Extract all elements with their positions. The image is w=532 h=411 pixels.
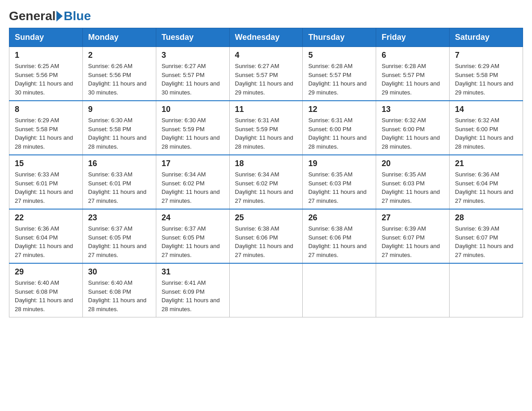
day-cell: 26Sunrise: 6:38 AMSunset: 6:06 PMDayligh… <box>303 209 376 263</box>
day-info: Sunrise: 6:31 AMSunset: 5:59 PMDaylight:… <box>235 116 297 151</box>
day-number: 3 <box>162 51 224 60</box>
day-cell: 14Sunrise: 6:32 AMSunset: 6:00 PMDayligh… <box>450 101 523 155</box>
day-number: 16 <box>88 159 150 168</box>
day-number: 1 <box>15 51 77 60</box>
day-number: 15 <box>15 159 77 168</box>
day-number: 23 <box>88 213 150 223</box>
day-cell: 10Sunrise: 6:30 AMSunset: 5:59 PMDayligh… <box>156 101 229 155</box>
day-info: Sunrise: 6:29 AMSunset: 5:58 PMDaylight:… <box>15 116 77 151</box>
weekday-header-tuesday: Tuesday <box>156 28 229 47</box>
day-info: Sunrise: 6:33 AMSunset: 6:01 PMDaylight:… <box>15 170 77 205</box>
day-number: 24 <box>162 213 224 223</box>
weekday-header-wednesday: Wednesday <box>229 28 303 47</box>
weekday-header-row: SundayMondayTuesdayWednesdayThursdayFrid… <box>9 28 523 47</box>
day-number: 10 <box>162 105 224 114</box>
weekday-header-saturday: Saturday <box>450 28 523 47</box>
weekday-header-thursday: Thursday <box>303 28 376 47</box>
day-cell: 6Sunrise: 6:28 AMSunset: 5:57 PMDaylight… <box>376 47 450 101</box>
day-number: 26 <box>308 213 370 223</box>
day-cell: 17Sunrise: 6:34 AMSunset: 6:02 PMDayligh… <box>156 155 229 209</box>
day-cell: 2Sunrise: 6:26 AMSunset: 5:56 PMDaylight… <box>82 47 156 101</box>
weekday-header-monday: Monday <box>82 28 156 47</box>
day-info: Sunrise: 6:40 AMSunset: 6:08 PMDaylight:… <box>15 278 77 313</box>
day-info: Sunrise: 6:32 AMSunset: 6:00 PMDaylight:… <box>382 116 444 151</box>
day-info: Sunrise: 6:26 AMSunset: 5:56 PMDaylight:… <box>88 62 150 97</box>
day-number: 31 <box>162 267 224 277</box>
day-info: Sunrise: 6:39 AMSunset: 6:07 PMDaylight:… <box>455 224 517 259</box>
day-info: Sunrise: 6:37 AMSunset: 6:05 PMDaylight:… <box>88 224 150 259</box>
day-cell: 7Sunrise: 6:29 AMSunset: 5:58 PMDaylight… <box>450 47 523 101</box>
day-cell: 5Sunrise: 6:28 AMSunset: 5:57 PMDaylight… <box>303 47 376 101</box>
day-cell: 4Sunrise: 6:27 AMSunset: 5:57 PMDaylight… <box>229 47 303 101</box>
day-info: Sunrise: 6:36 AMSunset: 6:04 PMDaylight:… <box>455 170 517 205</box>
day-cell: 15Sunrise: 6:33 AMSunset: 6:01 PMDayligh… <box>9 155 83 209</box>
day-cell: 16Sunrise: 6:33 AMSunset: 6:01 PMDayligh… <box>82 155 156 209</box>
page-header: General Blue <box>9 9 523 23</box>
day-cell: 29Sunrise: 6:40 AMSunset: 6:08 PMDayligh… <box>9 263 83 317</box>
weekday-header-friday: Friday <box>376 28 450 47</box>
day-number: 11 <box>235 105 297 114</box>
day-cell: 30Sunrise: 6:40 AMSunset: 6:08 PMDayligh… <box>82 263 156 317</box>
day-info: Sunrise: 6:38 AMSunset: 6:06 PMDaylight:… <box>235 224 297 259</box>
day-info: Sunrise: 6:35 AMSunset: 6:03 PMDaylight:… <box>308 170 370 205</box>
week-row-4: 22Sunrise: 6:36 AMSunset: 6:04 PMDayligh… <box>9 209 523 263</box>
weekday-header-sunday: Sunday <box>9 28 83 47</box>
day-cell: 28Sunrise: 6:39 AMSunset: 6:07 PMDayligh… <box>450 209 523 263</box>
day-number: 25 <box>235 213 297 223</box>
day-number: 6 <box>382 51 444 60</box>
day-cell <box>376 263 450 317</box>
day-info: Sunrise: 6:37 AMSunset: 6:05 PMDaylight:… <box>162 224 224 259</box>
day-cell: 19Sunrise: 6:35 AMSunset: 6:03 PMDayligh… <box>303 155 376 209</box>
day-info: Sunrise: 6:40 AMSunset: 6:08 PMDaylight:… <box>88 278 150 313</box>
day-info: Sunrise: 6:34 AMSunset: 6:02 PMDaylight:… <box>235 170 297 205</box>
day-cell: 22Sunrise: 6:36 AMSunset: 6:04 PMDayligh… <box>9 209 83 263</box>
day-number: 19 <box>308 159 370 168</box>
day-info: Sunrise: 6:25 AMSunset: 5:56 PMDaylight:… <box>15 62 77 97</box>
day-cell <box>303 263 376 317</box>
day-info: Sunrise: 6:33 AMSunset: 6:01 PMDaylight:… <box>88 170 150 205</box>
week-row-3: 15Sunrise: 6:33 AMSunset: 6:01 PMDayligh… <box>9 155 523 209</box>
day-info: Sunrise: 6:41 AMSunset: 6:09 PMDaylight:… <box>162 278 224 313</box>
day-cell: 11Sunrise: 6:31 AMSunset: 5:59 PMDayligh… <box>229 101 303 155</box>
day-number: 2 <box>88 51 150 60</box>
day-number: 5 <box>308 51 370 60</box>
day-number: 9 <box>88 105 150 114</box>
day-info: Sunrise: 6:32 AMSunset: 6:00 PMDaylight:… <box>455 116 517 151</box>
day-cell: 1Sunrise: 6:25 AMSunset: 5:56 PMDaylight… <box>9 47 83 101</box>
logo: General Blue <box>9 9 91 23</box>
day-number: 29 <box>15 267 77 277</box>
logo-arrow-icon <box>56 11 63 21</box>
day-cell: 9Sunrise: 6:30 AMSunset: 5:58 PMDaylight… <box>82 101 156 155</box>
day-number: 30 <box>88 267 150 277</box>
day-number: 8 <box>15 105 77 114</box>
day-cell: 27Sunrise: 6:39 AMSunset: 6:07 PMDayligh… <box>376 209 450 263</box>
day-cell: 20Sunrise: 6:35 AMSunset: 6:03 PMDayligh… <box>376 155 450 209</box>
week-row-1: 1Sunrise: 6:25 AMSunset: 5:56 PMDaylight… <box>9 47 523 101</box>
day-number: 12 <box>308 105 370 114</box>
day-info: Sunrise: 6:31 AMSunset: 6:00 PMDaylight:… <box>308 116 370 151</box>
day-cell: 8Sunrise: 6:29 AMSunset: 5:58 PMDaylight… <box>9 101 83 155</box>
day-cell: 25Sunrise: 6:38 AMSunset: 6:06 PMDayligh… <box>229 209 303 263</box>
day-info: Sunrise: 6:38 AMSunset: 6:06 PMDaylight:… <box>308 224 370 259</box>
day-cell: 12Sunrise: 6:31 AMSunset: 6:00 PMDayligh… <box>303 101 376 155</box>
logo-general-text: General <box>9 9 56 23</box>
day-cell: 21Sunrise: 6:36 AMSunset: 6:04 PMDayligh… <box>450 155 523 209</box>
week-row-5: 29Sunrise: 6:40 AMSunset: 6:08 PMDayligh… <box>9 263 523 317</box>
day-info: Sunrise: 6:27 AMSunset: 5:57 PMDaylight:… <box>235 62 297 97</box>
day-info: Sunrise: 6:28 AMSunset: 5:57 PMDaylight:… <box>308 62 370 97</box>
day-cell: 23Sunrise: 6:37 AMSunset: 6:05 PMDayligh… <box>82 209 156 263</box>
day-cell <box>229 263 303 317</box>
day-number: 4 <box>235 51 297 60</box>
day-number: 27 <box>382 213 444 223</box>
day-number: 13 <box>382 105 444 114</box>
day-number: 18 <box>235 159 297 168</box>
week-row-2: 8Sunrise: 6:29 AMSunset: 5:58 PMDaylight… <box>9 101 523 155</box>
day-info: Sunrise: 6:30 AMSunset: 5:59 PMDaylight:… <box>162 116 224 151</box>
day-info: Sunrise: 6:39 AMSunset: 6:07 PMDaylight:… <box>382 224 444 259</box>
day-info: Sunrise: 6:30 AMSunset: 5:58 PMDaylight:… <box>88 116 150 151</box>
day-number: 20 <box>382 159 444 168</box>
day-number: 7 <box>455 51 517 60</box>
day-number: 22 <box>15 213 77 223</box>
day-number: 17 <box>162 159 224 168</box>
calendar-table: SundayMondayTuesdayWednesdayThursdayFrid… <box>9 28 523 317</box>
